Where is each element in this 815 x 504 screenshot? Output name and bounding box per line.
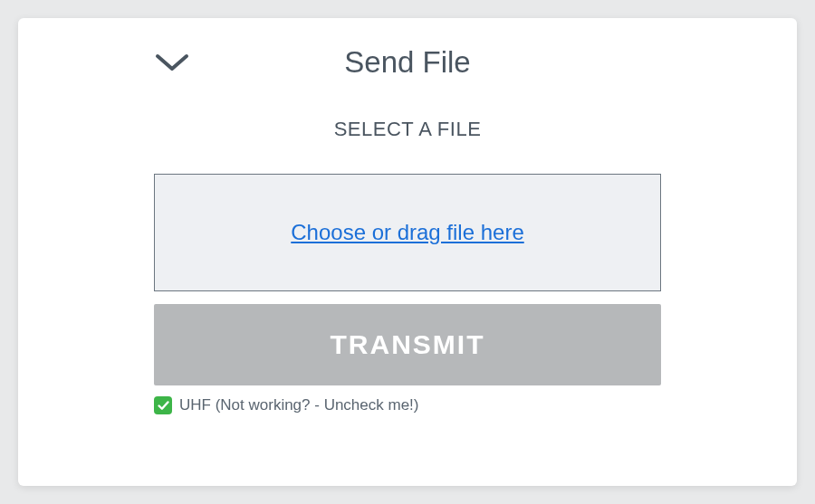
- header: Send File: [154, 45, 661, 80]
- uhf-option-row: UHF (Not working? - Uncheck me!): [154, 396, 661, 414]
- select-file-subtitle: SELECT A FILE: [154, 118, 661, 141]
- file-dropzone[interactable]: Choose or drag file here: [154, 174, 661, 291]
- dropzone-link-text[interactable]: Choose or drag file here: [291, 220, 523, 245]
- uhf-checkbox-label: UHF (Not working? - Uncheck me!): [179, 396, 419, 414]
- page-title: Send File: [344, 45, 470, 80]
- uhf-checkbox[interactable]: [154, 396, 172, 414]
- chevron-down-icon[interactable]: [154, 52, 190, 78]
- send-file-card: Send File SELECT A FILE Choose or drag f…: [18, 18, 797, 486]
- transmit-button[interactable]: TRANSMIT: [154, 304, 661, 385]
